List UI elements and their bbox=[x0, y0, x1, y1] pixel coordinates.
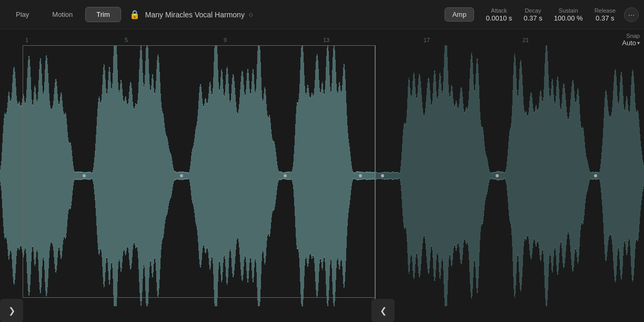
release-param: Release 0.37 s bbox=[595, 7, 616, 22]
ruler-marker-1: 1 bbox=[25, 37, 28, 43]
motion-tab[interactable]: Motion bbox=[42, 7, 83, 22]
snap-value-text: Auto bbox=[622, 39, 636, 47]
attack-param: Attack 0.0010 s bbox=[486, 7, 512, 22]
track-name: Many Miracles Vocal Harmony bbox=[145, 11, 245, 19]
sustain-value: 100.00 % bbox=[554, 14, 583, 22]
ruler-marker-9: 9 bbox=[224, 37, 227, 43]
diamond-icon: ◇ bbox=[249, 12, 253, 17]
decay-param: Decay 0.37 s bbox=[524, 7, 542, 22]
snap-chevron-icon: ▾ bbox=[637, 40, 640, 46]
amp-button[interactable]: Amp bbox=[445, 7, 475, 22]
ruler: 159131721 bbox=[0, 29, 644, 45]
ruler-marker-17: 17 bbox=[424, 37, 430, 43]
sustain-label: Sustain bbox=[559, 7, 578, 14]
ruler-marker-21: 21 bbox=[522, 37, 529, 43]
waveform-display[interactable] bbox=[0, 45, 644, 306]
waveform-container: 159131721 ❯ ❮ bbox=[0, 29, 644, 322]
trim-tab[interactable]: Trim bbox=[85, 7, 121, 22]
snap-value[interactable]: Auto ▾ bbox=[622, 39, 640, 47]
attack-label: Attack bbox=[491, 7, 507, 14]
decay-value: 0.37 s bbox=[524, 14, 542, 22]
sustain-param: Sustain 100.00 % bbox=[554, 7, 583, 22]
release-value: 0.37 s bbox=[596, 14, 614, 22]
ruler-marker-13: 13 bbox=[323, 37, 329, 43]
top-bar: Play Motion Trim 🔒 Many Miracles Vocal H… bbox=[0, 0, 644, 29]
more-button[interactable]: ··· bbox=[624, 7, 639, 22]
attack-value: 0.0010 s bbox=[486, 14, 512, 22]
right-nav-button[interactable]: ❮ bbox=[371, 299, 395, 322]
snap-area: Snap Auto ▾ bbox=[622, 33, 640, 47]
left-arrow-icon: ❯ bbox=[8, 306, 15, 316]
lock-icon: 🔒 bbox=[129, 9, 140, 19]
play-tab[interactable]: Play bbox=[5, 7, 39, 22]
ruler-marker-5: 5 bbox=[125, 37, 128, 43]
right-arrow-icon: ❮ bbox=[380, 306, 387, 316]
release-label: Release bbox=[595, 7, 616, 14]
decay-label: Decay bbox=[525, 7, 541, 14]
snap-label: Snap bbox=[626, 33, 640, 39]
left-nav-button[interactable]: ❯ bbox=[0, 299, 23, 322]
